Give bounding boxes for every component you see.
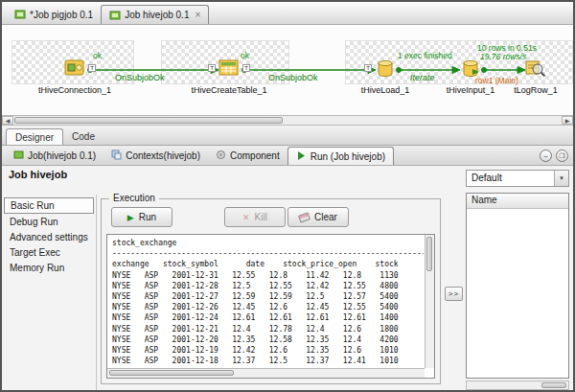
tab-contexts-view[interactable]: Contexts(hivejob) [104,147,208,165]
execution-group-label: Execution [109,193,159,203]
trigger-handle[interactable]: T [242,64,250,72]
tab-job-pigjob[interactable]: *Job pigjob 0.1 [7,5,101,24]
contexts-icon [111,150,122,162]
nav-basic-run[interactable]: Basic Run [4,197,94,214]
execution-group: Execution ▶ Run ✕ Kill Clear stock_excha… [101,198,441,384]
job-icon [14,9,26,20]
scrollbar-thumb[interactable] [541,382,566,388]
run-button-label: Run [139,212,156,222]
panel-tabbar: Job(hivejob 0.1) Contexts(hivejob) Compo… [2,146,573,166]
tab-run-view[interactable]: Run (Job hivejob) [288,147,394,165]
scrollbar-thumb[interactable] [109,370,234,376]
component-thiveconnection[interactable]: T tHiveConnection_1 [32,58,118,95]
scrollbar-thumb[interactable] [426,237,432,271]
nav-advanced-settings[interactable]: Advanced settings [4,230,94,244]
component-view-icon [216,150,226,162]
component-thivecreatetable[interactable]: T T tHiveCreateTable_1 [186,58,272,95]
component-label: tHiveLoad_1 [342,85,428,95]
connection-label-row1-main[interactable]: row1 (Main) [475,76,518,85]
tab-designer[interactable]: Designer [6,128,63,145]
editor-tabbar: *Job pigjob 0.1 Job hivejob 0.1 × [2,2,573,25]
trigger-handle[interactable]: T [208,64,216,72]
tab-label: Run (Job hivejob) [310,151,385,162]
trigger-handle[interactable]: T [364,64,372,72]
tab-label: Component [230,150,280,161]
scroll-left-icon[interactable]: ◀ [2,116,13,125]
play-icon: ▶ [127,213,134,222]
component-label: tHiveCreateTable_1 [186,85,272,95]
kill-button-label: Kill [255,212,267,222]
scroll-right-icon[interactable]: ▶ [562,116,573,125]
console-vscrollbar[interactable] [425,235,434,368]
component-label: tHiveConnection_1 [32,85,118,95]
expand-button[interactable]: >> [445,287,463,301]
minimize-view-icon[interactable]: – [540,150,552,162]
tab-label: Job(hivejob 0.1) [28,150,96,161]
context-dropdown[interactable]: Default ▼ [466,170,569,187]
console-output: stock_exchange -------------------------… [108,236,424,367]
nav-debug-run[interactable]: Debug Run [4,215,94,229]
run-view-panel: Job hivejob Basic Run Debug Run Advanced… [2,166,573,390]
component-label: tLogRow_1 [497,85,574,95]
nav-target-exec[interactable]: Target Exec [4,245,94,260]
view-tabbar: Designer Code [2,127,573,146]
connection-label-onsubjobok-2[interactable]: OnSubjobOk [268,73,318,82]
execution-console[interactable]: stock_exchange -------------------------… [106,234,435,379]
chevron-down-icon[interactable]: ▼ [554,171,568,186]
thiveload-icon: T [374,58,397,79]
kill-button[interactable]: ✕ Kill [224,207,286,227]
view-controls: – ❐ [540,150,568,162]
tab-label: *Job pigjob 0.1 [30,10,93,20]
context-list-hscrollbar[interactable] [466,380,569,390]
context-variable-list[interactable]: Name [466,193,569,379]
tab-job-view[interactable]: Job(hivejob 0.1) [6,147,104,165]
tab-label: Contexts(hivejob) [126,150,200,161]
job-view-icon [13,150,24,162]
name-column-header[interactable]: Name [467,194,568,209]
talend-studio-window: *Job pigjob 0.1 Job hivejob 0.1 × [0,0,575,392]
trigger-handle[interactable]: T [88,64,96,72]
clear-button-label: Clear [314,212,337,222]
context-panel: Default ▼ Name [466,166,569,390]
clear-button[interactable]: Clear [288,207,349,227]
tab-label: Code [72,131,95,142]
thiveconnection-icon: T [63,58,86,79]
tlogrow-icon [524,58,547,79]
eraser-icon [298,212,310,222]
tab-job-hivejob[interactable]: Job hivejob 0.1 × [101,5,209,24]
close-icon[interactable]: × [195,10,200,20]
run-view-icon [296,150,307,163]
nav-memory-run[interactable]: Memory Run [4,261,94,275]
job-icon [109,10,121,21]
connection-label-iterate[interactable]: Iterate [410,73,435,82]
thivecreatetable-icon: T T [218,58,241,79]
canvas-hscrollbar[interactable]: ◀ ▶ [2,115,573,126]
connection-label-onsubjobok-1[interactable]: OnSubjobOk [115,73,165,82]
design-canvas[interactable]: ok ok 1 exec finished 10 rows in 0.51s 1… [2,25,575,115]
maximize-view-icon[interactable]: ❐ [556,150,568,162]
kill-icon: ✕ [242,213,250,222]
run-button[interactable]: ▶ Run [111,207,172,227]
tab-component-view[interactable]: Component [208,147,288,165]
tab-code[interactable]: Code [63,128,104,145]
tab-label: Job hivejob 0.1 [125,10,189,20]
run-view-title: Job hivejob [9,169,67,180]
scrollbar-thumb[interactable] [14,117,283,124]
console-hscrollbar[interactable] [107,368,425,378]
run-nav: Basic Run Debug Run Advanced settings Ta… [2,195,97,390]
tab-label: Designer [15,132,54,143]
